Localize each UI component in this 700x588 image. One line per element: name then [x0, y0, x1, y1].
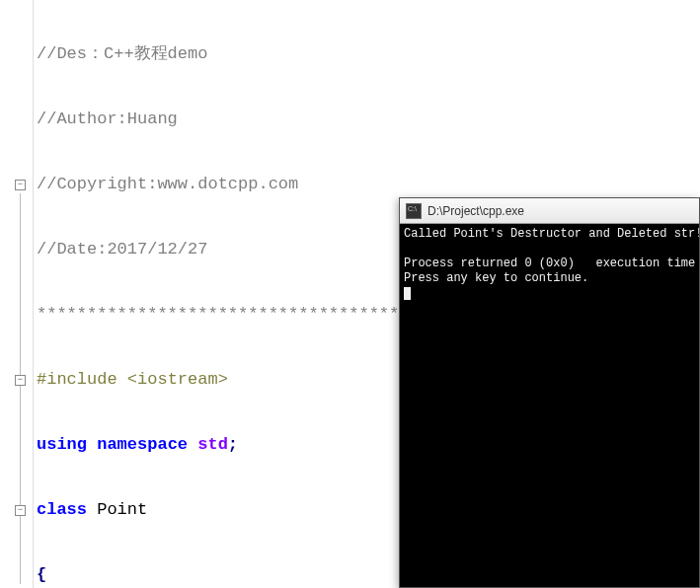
console-titlebar[interactable]: D:\Project\cpp.exe — [400, 198, 699, 224]
console-cursor — [404, 287, 411, 300]
code-comment: //Author:Huang — [37, 110, 178, 128]
output-line: Called Point's Destructor and Deleted st… — [404, 227, 699, 241]
fold-guide — [20, 193, 21, 584]
editor-gutter: − − − — [0, 0, 34, 588]
keyword: namespace — [97, 435, 188, 454]
output-line: Process returned 0 (0x0) execution time … — [404, 257, 699, 270]
console-window[interactable]: D:\Project\cpp.exe Called Point's Destru… — [399, 197, 700, 588]
identifier: std — [197, 435, 228, 454]
fold-toggle[interactable]: − — [15, 505, 26, 516]
fold-toggle[interactable]: − — [15, 180, 26, 190]
console-output[interactable]: Called Point's Destructor and Deleted st… — [400, 224, 699, 587]
output-line: Press any key to continue. — [404, 271, 588, 285]
fold-toggle[interactable]: − — [15, 375, 26, 386]
brace: { — [37, 565, 46, 584]
class-name: Point — [97, 500, 147, 519]
console-icon — [406, 203, 422, 219]
keyword: class — [37, 500, 87, 519]
include-target: <iostream> — [127, 370, 228, 389]
keyword: using — [37, 435, 87, 454]
code-content[interactable]: //Des：C++教程demo //Author:Huang //Copyrig… — [37, 0, 429, 588]
preproc: #include — [37, 370, 127, 389]
code-comment: //Date:2017/12/27 — [37, 240, 207, 258]
op: ; — [228, 435, 238, 454]
code-comment: **************************************/ — [37, 305, 429, 324]
code-comment: //Copyright:www.dotcpp.com — [37, 175, 298, 193]
code-comment: //Des：C++教程demo — [37, 44, 207, 63]
console-title: D:\Project\cpp.exe — [428, 204, 524, 218]
